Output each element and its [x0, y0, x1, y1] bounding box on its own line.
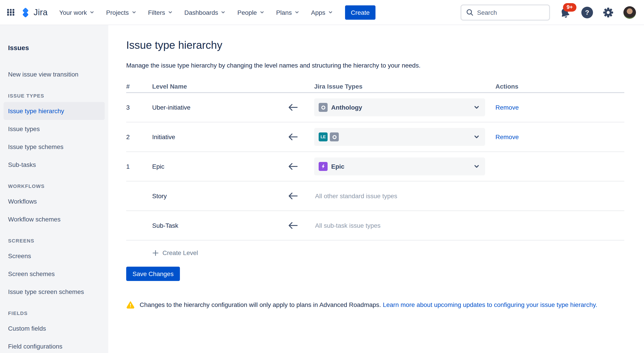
nav-filters[interactable]: Filters: [148, 9, 173, 16]
column-header-jira-issue-types: Jira Issue Types: [314, 83, 485, 90]
chevron-down-icon: [259, 10, 265, 15]
search-box[interactable]: [460, 4, 550, 20]
nav-apps[interactable]: Apps: [311, 9, 334, 16]
help-icon[interactable]: ?: [581, 6, 593, 18]
sidebar-title: Issues: [4, 38, 105, 56]
roadmaps-warning: Changes to the hierarchy configuration w…: [126, 301, 644, 309]
learn-more-link[interactable]: Learn more about upcoming updates to con…: [383, 301, 597, 308]
app-switcher-icon[interactable]: [7, 9, 14, 16]
chevron-down-icon: [328, 10, 334, 15]
sidebar-item-custom-fields[interactable]: Custom fields: [4, 320, 105, 337]
notification-count-badge: 9+: [563, 3, 576, 12]
page: Jira Your work Projects Filters Dashboar…: [0, 0, 644, 353]
sidebar-heading-fields: FIELDS: [4, 309, 105, 318]
sidebar-item-screen-schemes[interactable]: Screen schemes: [4, 265, 105, 283]
issue-type-select[interactable]: LE: [314, 128, 485, 146]
level-number: 2: [126, 133, 150, 140]
level-name: Story: [150, 192, 279, 200]
column-header-actions: Actions: [485, 83, 624, 90]
table-row: 2 Initiative LE Remove: [126, 122, 624, 152]
chevron-down-icon: [220, 10, 226, 15]
warning-text: Changes to the hierarchy configuration w…: [140, 301, 597, 308]
table-row: Sub-Task All sub-task issue types: [126, 211, 624, 241]
user-avatar[interactable]: [624, 6, 636, 18]
settings-sidebar: Issues New issue view transition ISSUE T…: [0, 25, 108, 353]
issue-type-select-value: Anthology: [331, 104, 362, 111]
settings-gear-icon[interactable]: [602, 6, 614, 18]
search-input[interactable]: [477, 9, 544, 16]
table-row: Story All other standard issue types: [126, 182, 624, 211]
chevron-down-icon: [131, 10, 137, 15]
jira-logo-text: Jira: [34, 8, 48, 17]
sidebar-item-issue-type-screen-schemes[interactable]: Issue type screen schemes: [4, 283, 105, 301]
level-name: Epic: [150, 163, 279, 170]
column-header-number: #: [126, 83, 150, 90]
left-arrow-icon: [288, 104, 298, 111]
left-arrow-icon: [288, 163, 298, 170]
sidebar-heading-issue-types: ISSUE TYPES: [4, 91, 105, 100]
nav-your-work[interactable]: Your work: [59, 9, 95, 16]
remove-level-button[interactable]: Remove: [496, 133, 519, 140]
chevron-down-icon: [89, 10, 95, 15]
left-arrow-icon: [288, 133, 298, 140]
page-description: Manage the issue type hierarchy by chang…: [126, 62, 644, 69]
table-row: 3 Uber-initiative Anthology Remove: [126, 93, 624, 122]
create-button[interactable]: Create: [345, 5, 376, 20]
sidebar-item-workflow-schemes[interactable]: Workflow schemes: [4, 210, 105, 228]
sidebar-item-issue-types[interactable]: Issue types: [4, 120, 105, 138]
nav-people[interactable]: People: [238, 9, 265, 16]
issue-types-placeholder: All sub-task issue types: [314, 222, 485, 229]
search-icon: [466, 8, 474, 16]
sidebar-item-field-configurations[interactable]: Field configurations: [4, 337, 105, 353]
column-header-level-name: Level Name: [150, 83, 279, 90]
notifications-button[interactable]: 9+: [560, 6, 572, 18]
chevron-down-icon: [474, 104, 480, 110]
warning-triangle-icon: [126, 301, 135, 309]
issue-type-select[interactable]: Anthology: [314, 98, 485, 116]
chevron-down-icon: [474, 163, 480, 170]
save-changes-button[interactable]: Save Changes: [126, 267, 180, 281]
page-title: Issue type hierarchy: [126, 38, 644, 52]
nav-projects[interactable]: Projects: [106, 9, 137, 16]
level-number: 3: [126, 104, 150, 111]
chevron-down-icon: [294, 10, 300, 15]
plus-icon: [152, 250, 159, 256]
top-navigation-bar: Jira Your work Projects Filters Dashboar…: [0, 0, 644, 25]
left-arrow-icon: [288, 192, 298, 200]
level-name: Uber-initiative: [150, 104, 279, 111]
hierarchy-table: # Level Name Jira Issue Types Actions 3 …: [126, 80, 624, 241]
generic-issue-type-icon: [319, 103, 328, 112]
sidebar-item-issue-type-schemes[interactable]: Issue type schemes: [4, 138, 105, 156]
table-row: 1 Epic Epic: [126, 152, 624, 182]
sidebar-item-workflows[interactable]: Workflows: [4, 192, 105, 210]
level-name: Initiative: [150, 133, 279, 140]
jira-logo-icon: [20, 6, 31, 18]
issue-types-placeholder: All other standard issue types: [314, 192, 485, 200]
jira-logo[interactable]: Jira: [20, 6, 48, 18]
main-content: Issue type hierarchy Manage the issue ty…: [108, 25, 644, 353]
issue-type-select[interactable]: Epic: [314, 158, 485, 176]
generic-issue-type-icon: [330, 132, 339, 142]
epic-issue-type-icon: [319, 162, 328, 171]
remove-level-button[interactable]: Remove: [496, 104, 519, 111]
level-number: 1: [126, 163, 150, 170]
chevron-down-icon: [474, 134, 480, 140]
nav-dashboards[interactable]: Dashboards: [184, 9, 226, 16]
create-level-button[interactable]: Create Level: [152, 248, 644, 258]
issue-type-select-value: Epic: [331, 163, 344, 170]
topbar-right-cluster: 9+ ?: [460, 4, 636, 20]
sidebar-item-issue-type-hierarchy[interactable]: Issue type hierarchy: [4, 102, 105, 120]
level-name: Sub-Task: [150, 222, 279, 229]
chevron-down-icon: [168, 10, 173, 15]
sidebar-heading-screens: SCREENS: [4, 236, 105, 245]
sidebar-item-sub-tasks[interactable]: Sub-tasks: [4, 156, 105, 174]
le-issue-type-icon: LE: [319, 132, 328, 142]
table-header-row: # Level Name Jira Issue Types Actions: [126, 80, 624, 93]
sidebar-heading-workflows: WORKFLOWS: [4, 182, 105, 190]
sidebar-item-screens[interactable]: Screens: [4, 247, 105, 265]
left-arrow-icon: [288, 222, 298, 229]
primary-nav: Your work Projects Filters Dashboards Pe…: [59, 9, 334, 16]
sidebar-item-new-issue-view-transition[interactable]: New issue view transition: [4, 65, 105, 83]
nav-plans[interactable]: Plans: [276, 9, 300, 16]
